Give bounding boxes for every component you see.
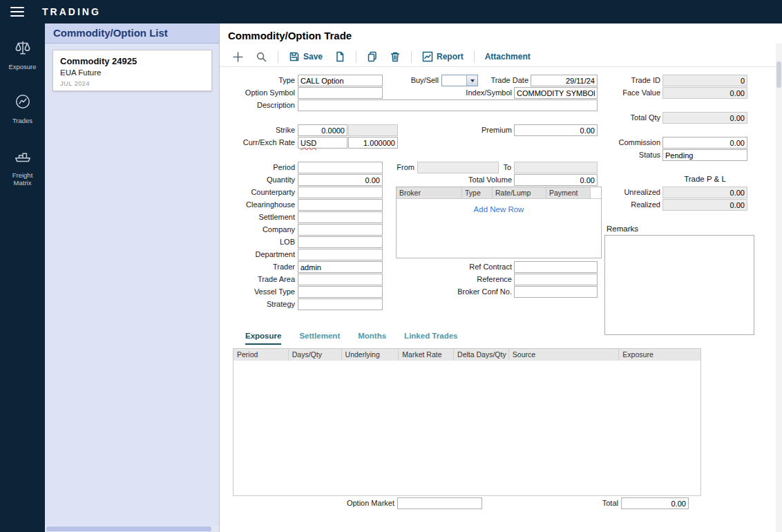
type-label: Type xyxy=(226,75,295,86)
face-value-field xyxy=(662,87,747,99)
broker-conf-no-label: Broker Conf No. xyxy=(441,286,512,298)
settlement-label: Settlement xyxy=(226,211,295,223)
index-symbol-input[interactable] xyxy=(514,87,598,99)
settlement-input[interactable] xyxy=(298,211,383,223)
trade-date-input[interactable] xyxy=(531,75,598,86)
strategy-input[interactable] xyxy=(298,298,383,310)
trade-id-field xyxy=(662,75,747,86)
toolbar-separator xyxy=(474,51,475,63)
total-qty-field xyxy=(662,112,747,124)
search-button[interactable] xyxy=(254,50,269,64)
app-window: TRADING Exposure Trades Freight Matrix C… xyxy=(0,0,782,532)
total-qty-label: Total Qty xyxy=(596,112,660,124)
delta-days-qty-column-header: Delta Days/Qty xyxy=(454,349,509,361)
tab-settlement[interactable]: Settlement xyxy=(299,332,340,345)
horizontal-scrollbar[interactable] xyxy=(45,526,219,532)
commodity-list-item[interactable]: Commodity 24925 EUA Future JUL 2024 xyxy=(53,50,212,91)
menu-icon[interactable] xyxy=(10,7,24,17)
toolbar: Save Report Attachment xyxy=(220,47,782,67)
add-new-row-link[interactable]: Add New Row xyxy=(397,205,601,213)
trade-form-panel: Commodity/Option Trade Save Report Attac… xyxy=(220,23,782,532)
exposure-column-header: Exposure xyxy=(619,349,700,361)
source-column-header: Source xyxy=(509,349,620,361)
tab-months[interactable]: Months xyxy=(358,332,386,345)
add-button[interactable] xyxy=(231,50,245,64)
company-input[interactable] xyxy=(298,224,383,236)
premium-input[interactable] xyxy=(514,124,598,136)
option-market-label: Option Market xyxy=(325,497,394,509)
type-input[interactable] xyxy=(298,75,383,86)
copy-button[interactable] xyxy=(365,50,379,64)
exposure-table: Period Days/Qty Underlying Market Rate D… xyxy=(233,348,701,496)
department-label: Department xyxy=(226,249,295,260)
company-label: Company xyxy=(226,224,295,236)
broker-conf-no-input[interactable] xyxy=(514,286,598,298)
commodity-subtitle: EUA Future xyxy=(60,68,204,77)
detail-tabs: Exposure Settlement Months Linked Trades xyxy=(245,332,457,345)
unrealized-field xyxy=(662,187,747,198)
scrollbar-thumb[interactable] xyxy=(46,526,211,531)
attachment-button[interactable]: Attachment xyxy=(484,50,532,63)
ref-contract-input[interactable] xyxy=(514,261,598,273)
counterparty-input[interactable] xyxy=(298,187,383,198)
trade-id-label: Trade ID xyxy=(596,75,660,86)
lob-label: LOB xyxy=(226,236,295,248)
commission-input[interactable] xyxy=(662,137,747,149)
commodity-option-list-panel: Commodity/Option List Commodity 24925 EU… xyxy=(45,23,220,532)
currency-input[interactable]: USD xyxy=(298,137,347,149)
description-input[interactable] xyxy=(298,99,598,111)
clearinghouse-input[interactable] xyxy=(298,199,383,211)
commodity-title: Commodity 24925 xyxy=(60,56,204,66)
status-input[interactable] xyxy=(662,149,747,161)
top-bar: TRADING xyxy=(0,0,782,23)
department-input[interactable] xyxy=(298,249,383,260)
total-volume-label: Total Volume xyxy=(441,174,512,186)
trade-date-label: Trade Date xyxy=(468,75,528,86)
option-symbol-input[interactable] xyxy=(298,87,383,99)
strategy-label: Strategy xyxy=(226,298,295,310)
index-symbol-label: Index/Symbol xyxy=(441,87,512,99)
broker-table: Broker Type Rate/Lump Payment Add New Ro… xyxy=(396,187,602,258)
from-field xyxy=(417,162,499,173)
counterparty-label: Counterparty xyxy=(226,187,295,198)
vessel-type-label: Vessel Type xyxy=(226,286,295,298)
period-input[interactable] xyxy=(298,162,383,173)
underlying-column-header: Underlying xyxy=(342,349,399,361)
scrollbar-thumb[interactable] xyxy=(776,61,781,88)
sidebar-item-freight-matrix[interactable]: Freight Matrix xyxy=(0,147,45,187)
trader-input[interactable] xyxy=(298,261,383,273)
total-volume-input[interactable] xyxy=(514,174,598,186)
premium-label: Premium xyxy=(441,124,512,136)
option-market-input[interactable] xyxy=(397,497,482,509)
report-button[interactable]: Report xyxy=(421,50,465,64)
lob-input[interactable] xyxy=(298,236,383,248)
sidebar-item-exposure[interactable]: Exposure xyxy=(0,39,45,70)
tab-exposure[interactable]: Exposure xyxy=(245,332,281,345)
market-rate-column-header: Market Rate xyxy=(399,349,454,361)
save-button-label: Save xyxy=(303,52,323,61)
reference-input[interactable] xyxy=(514,274,598,285)
list-panel-title: Commodity/Option List xyxy=(45,23,219,44)
main-vertical-scrollbar[interactable] xyxy=(776,44,782,532)
exchange-rate-input[interactable] xyxy=(348,137,398,149)
new-document-button[interactable] xyxy=(333,50,347,64)
quantity-input[interactable] xyxy=(298,174,383,186)
report-button-label: Report xyxy=(437,52,464,61)
vessel-type-input[interactable] xyxy=(298,286,383,298)
save-button[interactable]: Save xyxy=(287,50,324,64)
ship-icon xyxy=(14,147,32,168)
tab-linked-trades[interactable]: Linked Trades xyxy=(404,332,457,345)
sidebar-item-trades[interactable]: Trades xyxy=(0,93,45,124)
trade-area-label: Trade Area xyxy=(226,274,295,285)
trader-label: Trader xyxy=(226,261,295,273)
realized-label: Realized xyxy=(596,199,660,211)
remarks-textarea[interactable] xyxy=(604,235,754,335)
exposure-table-header: Period Days/Qty Underlying Market Rate D… xyxy=(233,349,700,361)
trade-area-input[interactable] xyxy=(298,274,383,285)
delete-button[interactable] xyxy=(388,50,402,64)
currency-value: USD xyxy=(301,139,316,147)
description-label: Description xyxy=(226,99,295,111)
strike-input[interactable] xyxy=(298,124,347,136)
total-input[interactable] xyxy=(621,497,689,509)
total-label: Total xyxy=(570,497,618,509)
